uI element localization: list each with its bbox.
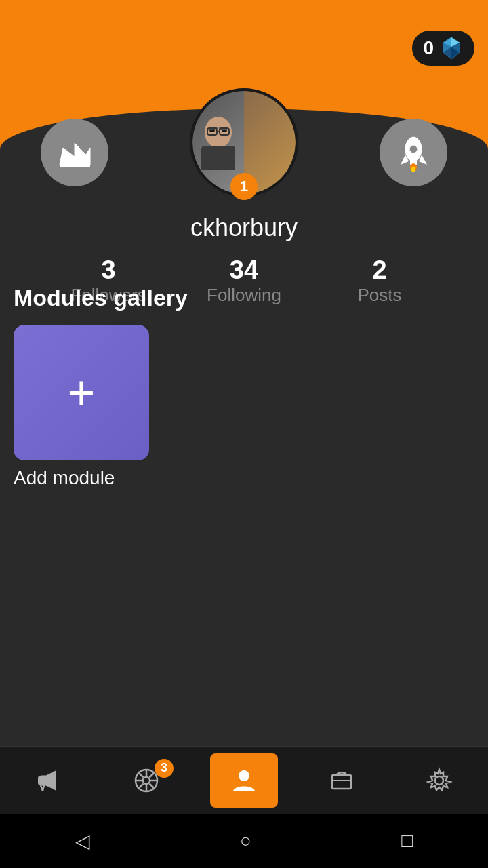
profile-icon bbox=[230, 767, 258, 794]
avatar-badge: 1 bbox=[230, 173, 258, 200]
modules-section: Modules gallery + Add module bbox=[0, 285, 488, 489]
svg-line-35 bbox=[138, 772, 144, 777]
add-module-container: + Add module bbox=[14, 325, 149, 489]
android-recent[interactable]: □ bbox=[401, 830, 413, 852]
nav-wheel[interactable]: 3 bbox=[113, 753, 180, 808]
add-module-label: Add module bbox=[14, 467, 115, 489]
svg-point-42 bbox=[435, 776, 443, 785]
rocket-button[interactable] bbox=[380, 119, 447, 186]
nav-cart[interactable] bbox=[308, 753, 375, 808]
svg-point-21 bbox=[410, 146, 417, 153]
svg-rect-10 bbox=[201, 146, 235, 170]
svg-line-36 bbox=[150, 783, 155, 789]
add-module-button[interactable]: + bbox=[14, 325, 149, 460]
svg-point-39 bbox=[239, 770, 249, 781]
add-module-plus: + bbox=[68, 369, 96, 416]
svg-rect-26 bbox=[38, 776, 42, 785]
gems-counter[interactable]: 0 bbox=[412, 31, 474, 66]
gem-icon bbox=[439, 36, 464, 60]
svg-rect-8 bbox=[60, 163, 90, 167]
modules-grid: + Add module bbox=[14, 325, 474, 489]
cart-icon bbox=[328, 767, 355, 794]
svg-line-38 bbox=[138, 783, 144, 789]
nav-settings[interactable] bbox=[405, 753, 473, 808]
android-nav: ◁ ○ □ bbox=[0, 814, 488, 868]
following-count: 34 bbox=[230, 256, 258, 285]
settings-icon bbox=[426, 767, 453, 794]
nav-megaphone[interactable] bbox=[15, 753, 83, 808]
followers-count: 3 bbox=[101, 256, 115, 285]
posts-count: 2 bbox=[372, 256, 386, 285]
megaphone-icon bbox=[35, 767, 62, 794]
avatar-container[interactable]: 1 bbox=[190, 88, 298, 197]
gems-count: 0 bbox=[423, 37, 434, 59]
nav-profile[interactable] bbox=[210, 753, 278, 808]
crown-button[interactable] bbox=[41, 119, 108, 186]
bottom-nav: 3 bbox=[0, 746, 488, 814]
svg-rect-40 bbox=[332, 775, 351, 789]
svg-line-37 bbox=[150, 772, 155, 777]
username: ckhorbury bbox=[0, 214, 488, 242]
svg-point-30 bbox=[143, 777, 150, 784]
rocket-icon bbox=[395, 134, 432, 172]
wheel-badge: 3 bbox=[155, 759, 174, 778]
modules-title: Modules gallery bbox=[14, 285, 474, 311]
android-back[interactable]: ◁ bbox=[75, 830, 90, 852]
svg-line-28 bbox=[43, 785, 44, 791]
crown-icon bbox=[56, 138, 94, 168]
android-home[interactable]: ○ bbox=[240, 830, 251, 852]
svg-marker-7 bbox=[60, 143, 90, 165]
